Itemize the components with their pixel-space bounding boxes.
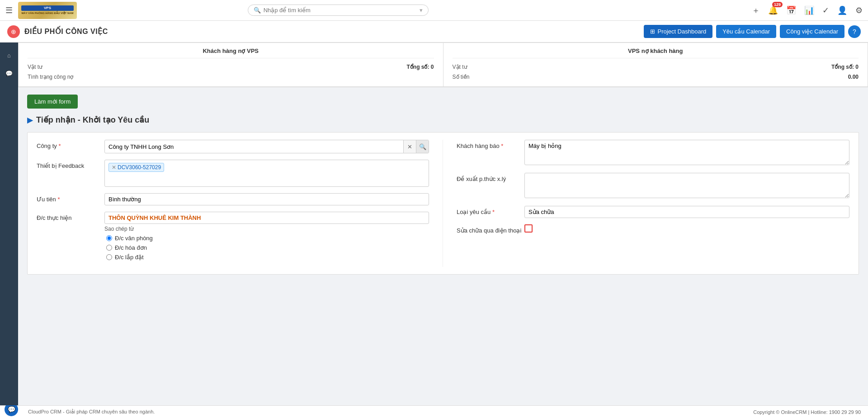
sidebar: ⌂ 💬 xyxy=(0,43,18,405)
radio-van-phong-input[interactable] xyxy=(106,235,112,241)
form-section-title: ▶ Tiếp nhận - Khởi tạo Yêu cầu xyxy=(27,115,859,125)
radio-group: Đ/c văn phòng Đ/c hóa đơn Đ/c lắp đặt xyxy=(104,235,429,261)
cong-ty-input[interactable] xyxy=(105,141,403,152)
form-area: Làm mới form ▶ Tiếp nhận - Khởi tạo Yêu … xyxy=(18,87,868,282)
debt-so-tien-value: 0.00 xyxy=(848,74,859,80)
cong-ty-field: ✕ 🔍 xyxy=(104,140,429,153)
notification-badge: 129 xyxy=(772,2,783,7)
cong-ty-clear-btn[interactable]: ✕ xyxy=(403,140,416,153)
de-xuat-textarea[interactable] xyxy=(524,173,849,198)
cong-ty-input-group: ✕ 🔍 xyxy=(104,140,429,153)
lam-moi-button[interactable]: Làm mới form xyxy=(27,95,78,109)
calendar-icon[interactable]: 📅 xyxy=(786,5,796,15)
tag-x[interactable]: ✕ xyxy=(112,164,116,171)
form-left-col: Công ty * ✕ 🔍 Thiết bị Feedback xyxy=(37,140,443,267)
uu-tien-field: Bình thường Thấp Cao Khẩn cấp xyxy=(104,193,429,205)
loai-yeu-cau-label: Loại yêu cầu * xyxy=(457,206,524,215)
debt-so-tien-label: Số tiền xyxy=(453,74,848,80)
task-icon[interactable]: ✓ xyxy=(822,5,829,15)
khach-hang-bao-label: Khách hàng báo * xyxy=(457,140,524,149)
sua-chua-dien-thoai-row: Sửa chữa qua điện thoại xyxy=(457,224,849,234)
radio-lap-dat-input[interactable] xyxy=(106,254,112,260)
form-title-text: Tiếp nhận - Khởi tạo Yêu cầu xyxy=(36,115,149,125)
de-xuat-field xyxy=(524,173,849,200)
dc-thuc-hien-row: Đ/c thực hiện THÔN QUỲNH KHUÊ KIM THÀNH … xyxy=(37,212,429,261)
sidebar-chat[interactable]: 💬 xyxy=(1,65,17,81)
page-title: ĐIỀU PHỐI CÔNG VIỆC xyxy=(24,27,108,36)
radio-lap-dat-label: Đ/c lắp đặt xyxy=(115,254,144,261)
debt-right-row-2: Số tiền 0.00 xyxy=(453,72,859,82)
dc-thuc-hien-field: THÔN QUỲNH KHUÊ KIM THÀNH Sao chép từ Đ/… xyxy=(104,212,429,261)
cong-ty-search-btn[interactable]: 🔍 xyxy=(416,140,429,153)
debt-panel: Khách hàng nợ VPS Vật tư Tổng số: 0 Tình… xyxy=(18,43,868,87)
uu-tien-label: Ưu tiên * xyxy=(37,193,104,203)
thiet-bi-tag: ✕ DCV3060-527029 xyxy=(108,163,164,172)
chart-icon[interactable]: 📊 xyxy=(804,5,814,15)
de-xuat-row: Đề xuất p.thức x.lý xyxy=(457,173,849,200)
sao-chep-label: Sao chép từ xyxy=(104,226,429,232)
khach-hang-bao-field: Máy bị hỏng xyxy=(524,140,849,166)
form-grid: Công ty * ✕ 🔍 Thiết bị Feedback xyxy=(27,132,859,275)
logo-image: VPS MÁY VĂN PHÒNG HÀNG ĐẦU VIỆT NAM xyxy=(18,2,77,19)
add-icon[interactable]: ＋ xyxy=(752,5,760,16)
notification-icon[interactable]: 🔔 129 xyxy=(768,5,778,15)
dashboard-icon: ⊞ xyxy=(650,28,655,35)
tag-label: DCV3060-527029 xyxy=(118,164,161,171)
top-nav-icons: ＋ 🔔 129 📅 📊 ✓ 👤 ⚙ xyxy=(752,5,863,16)
loai-yeu-cau-required: * xyxy=(492,209,495,215)
form-right-col: Khách hàng báo * Máy bị hỏng Đề xuất p.t… xyxy=(443,140,849,267)
top-navigation: ☰ VPS MÁY VĂN PHÒNG HÀNG ĐẦU VIỆT NAM 🔍 … xyxy=(0,0,868,21)
settings-icon[interactable]: ⚙ xyxy=(855,5,863,15)
radio-hoa-don[interactable]: Đ/c hóa đơn xyxy=(106,244,429,251)
help-button[interactable]: ? xyxy=(848,25,861,38)
uu-tien-select[interactable]: Bình thường Thấp Cao Khẩn cấp xyxy=(104,193,429,205)
search-bar[interactable]: 🔍 ▾ xyxy=(248,5,429,16)
project-dashboard-button[interactable]: ⊞ Project Dashboard xyxy=(644,25,713,38)
thiet-bi-tag-input[interactable]: ✕ DCV3060-527029 xyxy=(104,160,429,187)
loai-yeu-cau-row: Loại yêu cầu * Sửa chữa Bảo trì Lắp đặt … xyxy=(457,206,849,218)
yeu-cau-calendar-button[interactable]: Yêu cầu Calendar xyxy=(716,25,776,38)
radio-van-phong[interactable]: Đ/c văn phòng xyxy=(106,235,429,242)
debt-panel-inner: Khách hàng nợ VPS Vật tư Tổng số: 0 Tình… xyxy=(19,43,868,87)
radio-hoa-don-input[interactable] xyxy=(106,245,112,251)
cong-ty-row: Công ty * ✕ 🔍 xyxy=(37,140,429,153)
hamburger-menu[interactable]: ☰ xyxy=(5,5,13,15)
cong-viec-calendar-button[interactable]: Công việc Calendar xyxy=(780,25,844,38)
title-arrow-icon: ▶ xyxy=(27,116,33,124)
khach-hang-bao-textarea[interactable]: Máy bị hỏng xyxy=(524,140,849,165)
radio-van-phong-label: Đ/c văn phòng xyxy=(115,235,153,242)
debt-tinh-trang-label: Tình trạng công nợ xyxy=(28,74,434,80)
thiet-bi-label: Thiết bị Feedback xyxy=(37,160,104,169)
bottom-bar-left: CloudPro CRM - Giải pháp CRM chuyên sâu … xyxy=(28,409,155,415)
de-xuat-label: Đề xuất p.thức x.lý xyxy=(457,173,524,182)
header-buttons: ⊞ Project Dashboard Yêu cầu Calendar Côn… xyxy=(644,25,861,38)
search-dropdown-arrow[interactable]: ▾ xyxy=(420,7,423,14)
debt-col-right: VPS nợ khách hàng Vật tư Tổng số: 0 Số t… xyxy=(443,43,868,86)
logo: VPS MÁY VĂN PHÒNG HÀNG ĐẦU VIỆT NAM xyxy=(18,2,77,19)
thiet-bi-field: ✕ DCV3060-527029 xyxy=(104,160,429,187)
radio-hoa-don-label: Đ/c hóa đơn xyxy=(115,244,147,251)
globe-icon: ⊕ xyxy=(7,25,20,38)
khach-hang-bao-required: * xyxy=(501,142,503,149)
search-input[interactable] xyxy=(264,7,417,14)
project-dashboard-label: Project Dashboard xyxy=(658,28,707,35)
sua-chua-dien-thoai-field xyxy=(524,224,849,234)
bottom-bar-right: Copyright © OnlineCRM | Hotline: 1900 29… xyxy=(753,409,861,415)
dc-thuc-hien-value: THÔN QUỲNH KHUÊ KIM THÀNH xyxy=(104,212,429,224)
debt-vat-tu-label-left: Vật tư xyxy=(28,64,406,70)
loai-yeu-cau-field: Sửa chữa Bảo trì Lắp đặt Tư vấn xyxy=(524,206,849,218)
user-icon[interactable]: 👤 xyxy=(837,5,847,15)
logo-text: MÁY VĂN PHÒNG HÀNG ĐẦU VIỆT NAM xyxy=(21,12,73,15)
page-header: ⊕ ĐIỀU PHỐI CÔNG VIỆC ⊞ Project Dashboar… xyxy=(0,21,868,43)
sua-chua-dien-thoai-checkbox[interactable] xyxy=(524,224,533,233)
debt-vat-tu-label-right: Vật tư xyxy=(453,64,831,70)
main-content: Khách hàng nợ VPS Vật tư Tổng số: 0 Tình… xyxy=(18,43,868,405)
debt-left-header: Khách hàng nợ VPS xyxy=(28,48,434,58)
sidebar-home[interactable]: ⌂ xyxy=(1,47,17,63)
radio-lap-dat[interactable]: Đ/c lắp đặt xyxy=(106,254,429,261)
uu-tien-row: Ưu tiên * Bình thường Thấp Cao Khẩn cấp xyxy=(37,193,429,205)
debt-left-row-2: Tình trạng công nợ xyxy=(28,72,434,82)
loai-yeu-cau-select[interactable]: Sửa chữa Bảo trì Lắp đặt Tư vấn xyxy=(524,206,849,218)
khach-hang-bao-row: Khách hàng báo * Máy bị hỏng xyxy=(457,140,849,166)
debt-left-row-1: Vật tư Tổng số: 0 xyxy=(28,62,434,72)
